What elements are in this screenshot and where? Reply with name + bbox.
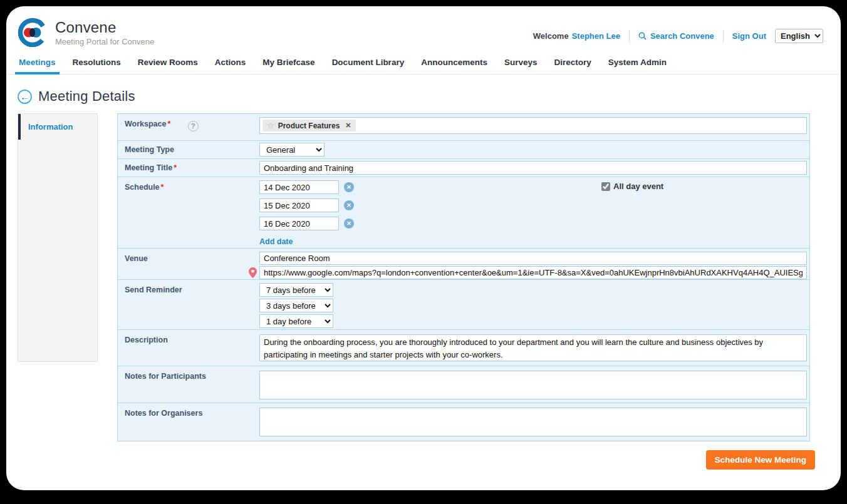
notes-participants-row: Notes for Participants	[118, 366, 809, 403]
sidebar-item-information[interactable]: Information	[18, 114, 97, 140]
description-row: Description During the onboarding proces…	[118, 330, 809, 366]
remove-date-button[interactable]: ✕	[344, 219, 354, 229]
notes-participants-label: Notes for Participants	[118, 366, 259, 403]
workspace-row: Workspace* ? ☆ Product Features ✕	[118, 114, 809, 141]
meeting-title-row: Meeting Title*	[118, 159, 809, 177]
user-name-link[interactable]: Stephen Lee	[572, 31, 620, 41]
app-name: Convene	[55, 19, 154, 36]
venue-name-input[interactable]	[259, 252, 807, 265]
reminder-select-3[interactable]: 1 day before	[259, 314, 333, 328]
notes-organisers-row: Notes for Organisers	[118, 403, 809, 441]
search-convene-link[interactable]: Search Convene	[638, 31, 714, 41]
back-button[interactable]: ←	[18, 90, 32, 104]
all-day-event-label: All day event	[613, 182, 663, 191]
tab-review-rooms[interactable]: Review Rooms	[138, 58, 198, 74]
schedule-date-input-3[interactable]	[259, 217, 339, 230]
map-pin-icon	[249, 267, 257, 278]
notes-organisers-label: Notes for Organisers	[118, 403, 259, 441]
form-actions: Schedule New Meeting	[6, 450, 815, 470]
tab-announcements[interactable]: Announcements	[421, 58, 487, 74]
all-day-event-control: All day event	[601, 182, 663, 191]
meeting-details-form: Workspace* ? ☆ Product Features ✕ Meetin…	[117, 113, 810, 441]
schedule-date-row: ✕	[259, 217, 806, 230]
notes-participants-textarea[interactable]	[259, 371, 807, 399]
divider	[723, 30, 724, 43]
meeting-type-row: Meeting Type General	[118, 141, 809, 159]
divider	[629, 30, 630, 43]
workspace-input[interactable]: ☆ Product Features ✕	[259, 117, 807, 134]
venue-map-row	[259, 266, 807, 279]
welcome-label: Welcome	[533, 31, 569, 41]
top-bar: Convene Meeting Portal for Convene Welco…	[6, 6, 841, 48]
language-select[interactable]: English	[775, 29, 823, 43]
required-mark: *	[161, 183, 164, 192]
back-arrow-icon: ←	[20, 92, 29, 101]
star-icon: ☆	[267, 121, 274, 130]
search-label: Search Convene	[650, 31, 714, 41]
tab-meetings[interactable]: Meetings	[19, 58, 56, 74]
description-label: Description	[118, 330, 259, 366]
schedule-date-row: ✕	[259, 198, 806, 212]
notes-participants-field-area	[259, 366, 811, 403]
workspace-field-area: ☆ Product Features ✕	[259, 114, 811, 140]
required-mark: *	[174, 163, 177, 172]
workspace-label: Workspace* ?	[118, 114, 259, 140]
tab-document-library[interactable]: Document Library	[332, 58, 405, 74]
page-title: Meeting Details	[38, 88, 135, 105]
venue-field-area	[259, 249, 811, 279]
required-mark: *	[167, 120, 170, 128]
tag-remove-icon[interactable]: ✕	[345, 121, 351, 130]
app-window: Convene Meeting Portal for Convene Welco…	[6, 6, 841, 490]
tab-resolutions[interactable]: Resolutions	[73, 58, 121, 74]
remove-date-button[interactable]: ✕	[344, 200, 354, 210]
app-subtitle: Meeting Portal for Convene	[55, 37, 154, 46]
tab-system-admin[interactable]: System Admin	[608, 58, 667, 74]
tab-actions[interactable]: Actions	[215, 58, 246, 74]
main-nav: Meetings Resolutions Review Rooms Action…	[6, 48, 841, 75]
convene-logo-icon	[18, 18, 48, 48]
schedule-date-row: ✕	[259, 180, 806, 194]
schedule-date-input-1[interactable]	[259, 180, 339, 194]
description-field-area: During the onboarding process, you are t…	[259, 330, 811, 366]
schedule-field-area: ✕ ✕ ✕ Add date All day event	[259, 177, 809, 248]
content-area: Information Workspace* ? ☆ Product Featu…	[6, 113, 841, 470]
tab-my-briefcase[interactable]: My Briefcase	[262, 58, 314, 74]
add-date-link[interactable]: Add date	[259, 237, 293, 246]
description-textarea[interactable]: During the onboarding process, you are t…	[259, 334, 807, 361]
brand-text: Convene Meeting Portal for Convene	[55, 19, 154, 46]
sign-out-link[interactable]: Sign Out	[732, 31, 766, 41]
meeting-title-label: Meeting Title*	[118, 159, 259, 177]
notes-organisers-field-area	[259, 403, 811, 441]
reminder-select-2[interactable]: 3 days before	[259, 299, 333, 312]
venue-map-url-input[interactable]	[259, 266, 807, 279]
schedule-label: Schedule*	[118, 177, 259, 248]
workspace-tag: ☆ Product Features ✕	[262, 120, 356, 131]
search-icon	[638, 32, 647, 40]
reminder-select-1[interactable]: 7 days before	[259, 283, 333, 297]
tab-directory[interactable]: Directory	[554, 58, 591, 74]
remove-date-button[interactable]: ✕	[344, 182, 354, 192]
tab-surveys[interactable]: Surveys	[504, 58, 538, 74]
schedule-date-input-2[interactable]	[259, 198, 339, 212]
help-icon[interactable]: ?	[188, 121, 199, 131]
page-head: ← Meeting Details	[6, 75, 841, 105]
brand: Convene Meeting Portal for Convene	[18, 18, 154, 48]
meeting-title-input[interactable]	[259, 161, 807, 175]
workspace-tag-label: Product Features	[278, 121, 340, 130]
meeting-title-field-area	[259, 159, 811, 177]
notes-organisers-textarea[interactable]	[259, 408, 807, 436]
send-reminder-row: Send Reminder 7 days before 3 days befor…	[118, 280, 809, 330]
venue-label: Venue	[118, 249, 259, 279]
venue-row: Venue	[118, 249, 809, 280]
send-reminder-field-area: 7 days before 3 days before 1 day before	[259, 280, 809, 329]
schedule-new-meeting-button[interactable]: Schedule New Meeting	[706, 450, 815, 470]
top-right-menu: Welcome Stephen Lee Search Convene Sign …	[533, 29, 823, 43]
meeting-type-select[interactable]: General	[259, 143, 325, 157]
meeting-type-label: Meeting Type	[118, 141, 259, 158]
meeting-type-field-area: General	[259, 141, 809, 158]
send-reminder-label: Send Reminder	[118, 280, 259, 329]
all-day-event-checkbox[interactable]	[601, 182, 610, 191]
schedule-row: Schedule* ✕ ✕ ✕ Add date	[118, 177, 809, 249]
sidebar: Information	[18, 113, 98, 362]
